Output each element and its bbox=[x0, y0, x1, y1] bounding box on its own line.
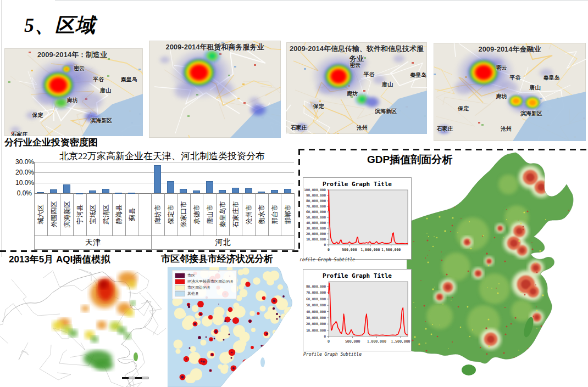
china-outline bbox=[2, 272, 153, 387]
category-label: 静海县 bbox=[114, 205, 124, 225]
bar bbox=[102, 189, 109, 193]
aqi-patch bbox=[97, 321, 107, 329]
y-tick-label: 20,000,000 bbox=[306, 232, 326, 235]
high-economy-county bbox=[208, 315, 213, 319]
caption-industry-density: 分行业企业投资密度图 bbox=[4, 136, 98, 149]
profile-title: Profile Graph Title bbox=[323, 272, 392, 279]
group-label-tianjin: 天津 bbox=[34, 236, 151, 250]
surrounding-county bbox=[262, 377, 272, 386]
y-axis-label: 10.0% bbox=[15, 179, 32, 187]
y-tick-label: 90,000,000 bbox=[306, 193, 326, 197]
taiwan-island bbox=[260, 357, 265, 367]
high-economy-county bbox=[279, 359, 286, 366]
x-tick-label: 1,000,000 bbox=[360, 248, 380, 252]
urban-core bbox=[194, 323, 196, 325]
legend-label: 其他县 bbox=[187, 291, 199, 296]
surrounding-county bbox=[253, 277, 260, 284]
surrounding-county bbox=[267, 278, 274, 285]
surrounding-county bbox=[238, 284, 244, 290]
high-economy-county bbox=[262, 296, 266, 300]
y-tick-label: 80,000,000 bbox=[306, 284, 326, 288]
category-cell: 承德市 bbox=[190, 193, 203, 236]
category-label: 廊坊市 bbox=[153, 205, 163, 225]
aqi-patch bbox=[127, 280, 136, 289]
surrounding-county bbox=[234, 306, 245, 317]
slide-left-rule bbox=[1, 0, 2, 257]
y-tick-label: 20,000,000 bbox=[306, 322, 326, 326]
heatmap-title: 2009-2014年租赁和商务服务业 bbox=[149, 42, 281, 52]
caption-adjacency: 市区邻接县市经济状况分析 bbox=[161, 253, 273, 265]
surrounding-county bbox=[256, 290, 267, 301]
urban-core bbox=[274, 350, 276, 352]
legend-label: 经济水平较高市区周边的县 bbox=[187, 279, 234, 284]
surrounding-county bbox=[236, 295, 242, 301]
plot-area bbox=[329, 190, 408, 245]
bar bbox=[154, 165, 161, 193]
y-axis-label: 30.0% bbox=[15, 158, 32, 166]
high-economy-county bbox=[232, 317, 239, 324]
category-label: 滨海新区 bbox=[62, 201, 71, 228]
high-economy-county bbox=[236, 372, 239, 375]
bar bbox=[180, 189, 187, 193]
surrounding-county bbox=[288, 267, 293, 272]
category-label: 张家口市 bbox=[179, 201, 188, 228]
group-label-hebei: 河北 bbox=[151, 236, 295, 250]
profile-graph-bottom: Profile Graph Title010,000,00020,000,000… bbox=[303, 269, 412, 351]
city-label: 秦皇岛 bbox=[121, 76, 137, 83]
y-tick-label: 0 bbox=[324, 243, 326, 246]
bar bbox=[167, 181, 174, 193]
surrounding-county bbox=[185, 374, 194, 383]
aqi-patch bbox=[81, 305, 89, 312]
city-label: 廊坊 bbox=[66, 97, 77, 104]
city-label: 滨海新区 bbox=[520, 110, 542, 117]
city-label: 石家庄 bbox=[437, 125, 453, 133]
high-economy-county bbox=[273, 348, 278, 354]
high-economy-county bbox=[269, 345, 274, 350]
y-tick-label: 10,000,000 bbox=[306, 237, 326, 241]
urban-core bbox=[279, 371, 281, 373]
high-economy-county bbox=[251, 376, 258, 383]
urban-core bbox=[271, 347, 272, 348]
category-cell: 外围四区 bbox=[47, 193, 60, 236]
surrounding-county bbox=[190, 346, 196, 352]
gridline bbox=[34, 183, 294, 183]
province-border bbox=[19, 343, 29, 360]
city-label: 沧州 bbox=[357, 124, 368, 132]
category-cell: 滨海新区 bbox=[60, 193, 73, 236]
aqi-patch bbox=[99, 280, 108, 289]
china-gdp-surface-map bbox=[407, 152, 588, 387]
dashed-divider-vertical bbox=[298, 149, 300, 252]
surrounding-county bbox=[232, 376, 240, 384]
surrounding-county bbox=[201, 340, 207, 346]
urban-core bbox=[276, 366, 278, 368]
heatmap-leasing-business-services: 2009-2014年租赁和商务服务业 bbox=[149, 41, 281, 138]
legend-swatch bbox=[175, 285, 185, 290]
dashed-divider-top-right bbox=[298, 149, 588, 150]
surrounding-county bbox=[276, 347, 282, 353]
aqi-patch bbox=[124, 333, 131, 339]
high-economy-county bbox=[232, 374, 237, 379]
profile-graph-top: Profile Graph Title010,000,00020,000,000… bbox=[303, 177, 412, 260]
y-tick-label: 50,000,000 bbox=[306, 303, 326, 307]
y-tick-label: 10,000,000 bbox=[306, 328, 326, 332]
category-cell: 武清区 bbox=[99, 193, 112, 236]
legend-row: 经济水平较高市区周边的县 bbox=[175, 279, 234, 284]
city-label: 廊坊 bbox=[347, 90, 358, 98]
surrounding-county bbox=[258, 375, 268, 386]
y-tick-label: 60,000,000 bbox=[306, 297, 326, 301]
surrounding-county bbox=[192, 305, 198, 312]
category-cell: 廊坊市 bbox=[151, 193, 164, 236]
x-tick-label: 500,000 bbox=[345, 339, 360, 344]
category-cell: 邯郸市 bbox=[281, 193, 295, 236]
surrounding-county bbox=[285, 339, 294, 347]
surrounding-county bbox=[234, 369, 245, 380]
heatmap-finance: 2009-2014年金融业密云平谷秦皇岛唐山廊坊保定滨海新区石家庄沧州 bbox=[434, 43, 586, 141]
x-tick-label: 0 bbox=[328, 248, 330, 252]
x-tick-label: 1,000,000 bbox=[367, 339, 386, 344]
surrounding-county bbox=[273, 356, 277, 360]
surrounding-county bbox=[218, 364, 223, 369]
y-tick-label: 30,000,000 bbox=[306, 316, 326, 319]
category-cell: 邢台市 bbox=[268, 193, 281, 236]
province-border bbox=[40, 345, 71, 380]
adjacency-legend: 市区经济水平较高市区周边的县市区周边的县其他县 bbox=[172, 270, 237, 299]
